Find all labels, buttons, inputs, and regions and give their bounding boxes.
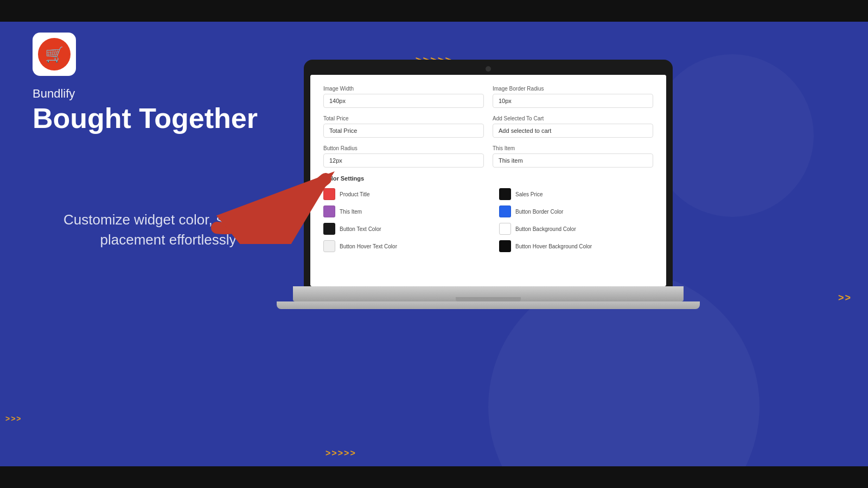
red-arrow-graphic xyxy=(206,157,358,246)
brand-name: Bundlify xyxy=(33,87,282,101)
form-row-3: Button Radius This Item xyxy=(323,145,653,168)
laptop-screen-inner: Image Width Image Border Radius Total Pr… xyxy=(310,75,666,286)
label-image-width: Image Width xyxy=(323,86,484,92)
arrow-bottom-left-icon: >>> xyxy=(5,414,22,423)
label-color-sales-price: Sales Price xyxy=(515,191,543,197)
swatch-hover-bg[interactable] xyxy=(499,240,511,252)
input-image-width[interactable] xyxy=(323,94,484,108)
input-add-to-cart[interactable] xyxy=(493,124,653,138)
color-settings-title: Color Settings xyxy=(323,175,653,182)
form-group-total-price: Total Price xyxy=(323,115,484,138)
label-total-price: Total Price xyxy=(323,115,484,121)
laptop-screen-outer: Image Width Image Border Radius Total Pr… xyxy=(304,60,673,286)
form-group-add-to-cart: Add Selected To Cart xyxy=(493,115,653,138)
label-color-hover-bg: Button Hover Background Color xyxy=(515,243,592,249)
input-this-item[interactable] xyxy=(493,153,653,168)
color-item-button-border: Button Border Color xyxy=(499,206,653,217)
swatch-sales-price[interactable] xyxy=(499,188,511,200)
form-row-2: Total Price Add Selected To Cart xyxy=(323,115,653,138)
arrow-bottom-right-icon: >> xyxy=(838,292,852,304)
laptop-base xyxy=(293,286,684,301)
color-item-hover-bg: Button Hover Background Color xyxy=(499,240,653,252)
page-title: Bought Together xyxy=(33,103,282,134)
form-group-border-radius: Image Border Radius xyxy=(493,86,653,108)
arrow-bottom-center-icon: >>>>> xyxy=(326,448,356,458)
swatch-button-border[interactable] xyxy=(499,206,511,217)
label-button-radius: Button Radius xyxy=(323,145,484,151)
input-border-radius[interactable] xyxy=(493,94,653,108)
label-color-button-bg: Button Background Color xyxy=(515,226,576,232)
logo-container: 🛒 xyxy=(33,33,76,76)
laptop-camera xyxy=(486,66,491,72)
form-group-this-item: This Item xyxy=(493,145,653,168)
color-item-sales-price: Sales Price xyxy=(499,188,653,200)
input-total-price[interactable] xyxy=(323,124,484,138)
form-row-1: Image Width Image Border Radius xyxy=(323,86,653,108)
screen-content: Image Width Image Border Radius Total Pr… xyxy=(310,75,666,286)
form-group-image-width: Image Width xyxy=(323,86,484,108)
label-add-to-cart: Add Selected To Cart xyxy=(493,115,653,121)
label-color-button-border: Button Border Color xyxy=(515,209,563,215)
swatch-button-bg[interactable] xyxy=(499,223,511,235)
top-bar xyxy=(0,0,868,22)
label-border-radius: Image Border Radius xyxy=(493,86,653,92)
bottom-bar xyxy=(0,466,868,488)
color-item-button-bg: Button Background Color xyxy=(499,223,653,235)
laptop-bottom xyxy=(277,301,700,309)
cart-icon: 🛒 xyxy=(45,46,64,63)
logo-inner: 🛒 xyxy=(38,38,71,70)
color-settings-grid: Product Title Sales Price This Item xyxy=(323,188,653,252)
laptop-graphic: Image Width Image Border Radius Total Pr… xyxy=(304,60,700,309)
label-this-item: This Item xyxy=(493,145,653,151)
